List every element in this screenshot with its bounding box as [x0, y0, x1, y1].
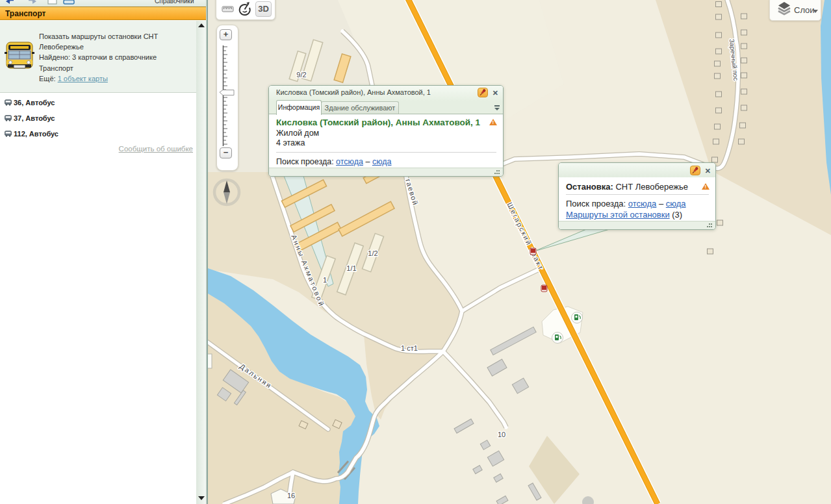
svg-text:16: 16: [287, 492, 295, 499]
svg-text:10: 10: [498, 431, 505, 438]
svg-text:1 ст1: 1 ст1: [401, 344, 418, 352]
svg-text:1/2: 1/2: [368, 249, 377, 257]
svg-text:1/1: 1/1: [346, 264, 356, 272]
svg-text:1: 1: [323, 276, 327, 284]
svg-text:9/2: 9/2: [296, 71, 306, 79]
